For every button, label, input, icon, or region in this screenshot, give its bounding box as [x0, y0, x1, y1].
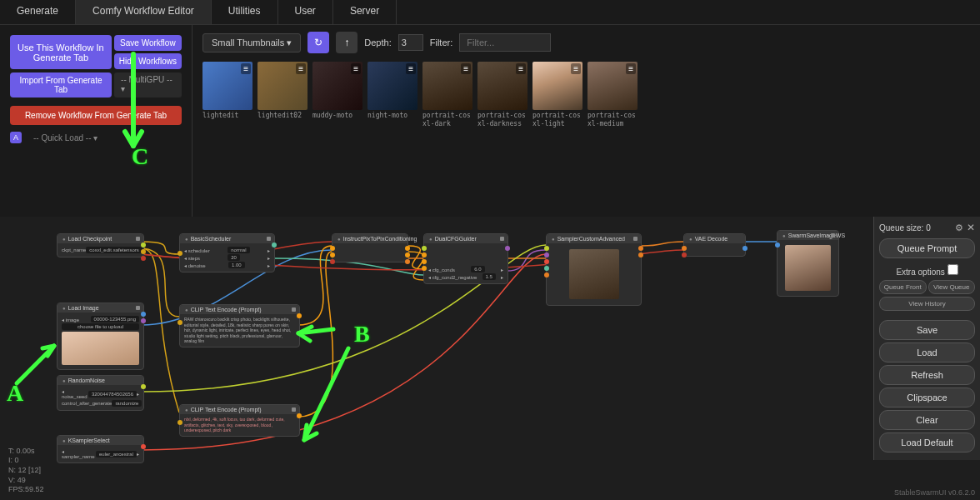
neg-prompt-text[interactable]: nlxl, deformed, 4k, soft focus, too dark… — [184, 417, 295, 433]
node-title: SwarmSaveImageWS — [778, 231, 838, 240]
node-title: Load Checkpoint — [58, 234, 143, 243]
collapse-icon[interactable] — [267, 237, 271, 241]
view-queue-button[interactable]: View Queue — [928, 280, 976, 294]
remove-workflow-button[interactable]: Remove Workflow From Generate Tab — [10, 106, 182, 125]
footer-brand: StableSwarmUI v0.6.2.0 — [894, 488, 975, 497]
browser-toolbar: Small Thumbnails ▾ ↻ ↑ Depth: Filter: — [202, 32, 970, 53]
queue-front-button[interactable]: Queue Front — [879, 280, 927, 294]
node-load-image[interactable]: Load Image ◂ image00000-123455.png choos… — [57, 302, 144, 370]
depth-input[interactable] — [398, 34, 423, 51]
thumb-item[interactable]: ≡lightedit02 — [258, 62, 308, 128]
load-button[interactable]: Load — [879, 342, 975, 362]
thumb-menu-icon[interactable]: ≡ — [571, 63, 581, 74]
node-instruct-pix[interactable]: InstructPixToPixConditioning — [332, 233, 408, 262]
hide-workflows-button[interactable]: Hide Workflows — [114, 53, 182, 69]
annotation-b: B — [354, 321, 370, 348]
upload-button[interactable]: choose file to upload — [62, 323, 139, 330]
clipspace-button[interactable]: Clipspace — [879, 388, 975, 408]
depth-label: Depth: — [364, 38, 391, 48]
node-title: InstructPixToPixConditioning — [332, 234, 408, 243]
node-title: CLIP Text Encode (Prompt) — [180, 305, 299, 314]
queue-size-label: Queue size: 0 — [879, 223, 931, 232]
thumb-item[interactable]: ≡night-moto — [368, 62, 418, 128]
node-title: DualCFGGuider — [424, 234, 508, 243]
thumb-item[interactable]: ≡muddy-moto — [312, 62, 362, 128]
node-graph[interactable]: Load Checkpoint ckpt_namecosxl_edit.safe… — [0, 217, 980, 500]
up-folder-icon[interactable]: ↑ — [336, 32, 358, 53]
filter-label: Filter: — [430, 38, 453, 48]
gear-icon[interactable]: ⚙ — [955, 222, 963, 233]
collapse-icon[interactable] — [292, 308, 296, 312]
collapse-icon[interactable] — [136, 237, 140, 241]
node-basic-scheduler[interactable]: BasicScheduler ◂ schedulernormal ▸ ◂ ste… — [179, 233, 275, 272]
main-tabs: Generate Comfy Workflow Editor Utilities… — [0, 0, 980, 25]
node-clip-negative[interactable]: CLIP Text Encode (Prompt) nlxl, deformed… — [179, 404, 300, 437]
close-icon[interactable]: ✕ — [967, 222, 975, 233]
thumb-item[interactable]: ≡portrait-cos xl-medium — [588, 62, 638, 128]
thumb-menu-icon[interactable]: ≡ — [296, 63, 306, 74]
thumb-menu-icon[interactable]: ≡ — [406, 63, 416, 74]
extra-options-checkbox[interactable] — [948, 264, 958, 275]
node-title: Load Image — [58, 303, 143, 312]
thumb-menu-icon[interactable]: ≡ — [241, 63, 251, 74]
node-title: CLIP Text Encode (Prompt) — [180, 405, 299, 414]
node-random-noise[interactable]: RandomNoise ◂ noise_seed320044784502656 … — [57, 375, 144, 411]
quickload-select[interactable]: -- Quick Load -- ▾ — [27, 130, 104, 146]
thumb-size-select[interactable]: Small Thumbnails ▾ — [202, 33, 301, 52]
save-workflow-button[interactable]: Save Workflow — [114, 35, 182, 51]
use-workflow-button[interactable]: Use This Workflow In Generate Tab — [10, 35, 112, 69]
node-vae-decode[interactable]: VAE Decode — [683, 233, 746, 257]
clear-button[interactable]: Clear — [879, 410, 975, 430]
extra-options: Extra options — [879, 264, 975, 277]
queue-panel: Queue size: 0 ⚙ ✕ Queue Prompt Extra opt… — [873, 217, 980, 460]
workflow-controls: Use This Workflow In Generate Tab Save W… — [0, 25, 192, 217]
node-swarm-save[interactable]: SwarmSaveImageWS — [777, 230, 839, 297]
multigpu-select[interactable]: -- MultiGPU -- ▾ — [114, 72, 182, 98]
collapse-icon[interactable] — [136, 306, 140, 310]
thumb-menu-icon[interactable]: ≡ — [626, 63, 636, 74]
sampler-preview — [569, 249, 619, 299]
node-title: SamplerCustomAdvanced — [547, 234, 641, 243]
thumb-list: ≡lightedit≡lightedit02≡muddy-moto≡night-… — [202, 62, 970, 128]
thumb-menu-icon[interactable]: ≡ — [461, 63, 471, 74]
import-generate-button[interactable]: Import From Generate Tab — [10, 72, 112, 98]
node-title: RandomNoise — [58, 376, 143, 385]
view-history-button[interactable]: View History — [879, 297, 975, 311]
collapse-badge[interactable]: A — [10, 132, 22, 143]
node-load-checkpoint[interactable]: Load Checkpoint ckpt_namecosxl_edit.safe… — [57, 233, 144, 258]
tab-generate[interactable]: Generate — [0, 0, 76, 24]
tab-utilities[interactable]: Utilities — [212, 0, 278, 24]
output-preview — [785, 245, 831, 291]
collapse-icon[interactable] — [831, 233, 835, 238]
refresh-button[interactable]: Refresh — [879, 365, 975, 385]
collapse-icon[interactable] — [500, 237, 504, 241]
node-sampler-custom-advanced[interactable]: SamplerCustomAdvanced — [546, 233, 642, 306]
thumb-item[interactable]: ≡portrait-cos xl-darkness — [478, 62, 528, 128]
thumb-item[interactable]: ≡lightedit — [202, 62, 252, 128]
node-title: BasicScheduler — [180, 234, 274, 243]
node-ksampler-select[interactable]: KSamplerSelect ◂ sampler_nameeuler_ances… — [57, 435, 144, 463]
thumb-item[interactable]: ≡portrait-cos xl-dark — [422, 62, 472, 128]
node-title: VAE Decode — [684, 234, 745, 243]
collapse-icon[interactable] — [292, 408, 296, 412]
node-clip-positive[interactable]: CLIP Text Encode (Prompt) RAW chiaroscur… — [179, 304, 300, 348]
thumb-menu-icon[interactable]: ≡ — [516, 63, 526, 74]
annotation-a: A — [7, 380, 23, 407]
refresh-icon[interactable]: ↻ — [308, 32, 329, 53]
tab-server[interactable]: Server — [333, 0, 397, 24]
thumb-item[interactable]: ≡portrait-cos xl-light — [532, 62, 582, 128]
load-default-button[interactable]: Load Default — [879, 432, 975, 452]
queue-prompt-button[interactable]: Queue Prompt — [879, 238, 975, 258]
node-title: KSamplerSelect — [58, 436, 143, 445]
prompt-text[interactable]: RAW chiaroscuro backlit crisp photo, bac… — [184, 317, 295, 344]
save-button[interactable]: Save — [879, 320, 975, 340]
graph-stats: T: 0.00s I: 0 N: 12 [12] V: 49 FPS:59.52 — [8, 447, 44, 495]
workflow-browser: Small Thumbnails ▾ ↻ ↑ Depth: Filter: ≡l… — [192, 25, 980, 217]
filter-input[interactable] — [459, 33, 551, 52]
node-dual-cfg[interactable]: DualCFGGuider ◂ cfg_conds6.0 ▸ ◂ cfg_con… — [423, 233, 508, 284]
collapse-icon[interactable] — [633, 237, 638, 241]
image-preview — [62, 332, 139, 365]
tab-comfy-editor[interactable]: Comfy Workflow Editor — [76, 0, 212, 24]
tab-user[interactable]: User — [278, 0, 333, 24]
thumb-menu-icon[interactable]: ≡ — [351, 63, 361, 74]
